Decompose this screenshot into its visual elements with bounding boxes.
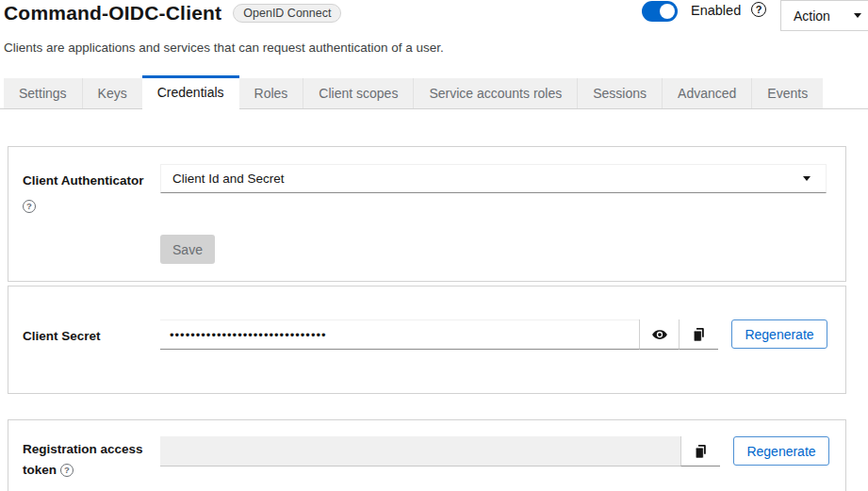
registration-token-input <box>160 436 680 466</box>
tab-events[interactable]: Events <box>751 78 823 108</box>
tab-keys[interactable]: Keys <box>82 78 142 108</box>
help-icon[interactable]: ? <box>751 2 766 17</box>
help-icon[interactable]: ? <box>23 200 36 213</box>
chevron-down-icon <box>803 176 811 181</box>
tab-settings[interactable]: Settings <box>4 78 82 108</box>
action-dropdown-label: Action <box>794 8 830 24</box>
client-authenticator-label: Client Authenticator ? <box>23 164 160 264</box>
action-dropdown[interactable]: Action <box>780 0 868 31</box>
page-subtitle: Clients are applications and services th… <box>4 41 868 55</box>
registration-token-card: Registration access token ? Regenerate <box>8 419 846 491</box>
help-icon[interactable]: ? <box>60 464 74 477</box>
registration-token-label: Registration access token ? <box>23 436 160 480</box>
enabled-toggle[interactable] <box>642 1 678 22</box>
page-title: Command-OIDC-Client <box>4 2 221 25</box>
save-button[interactable]: Save <box>160 235 215 264</box>
client-authenticator-value: Client Id and Secret <box>172 172 285 186</box>
tab-sessions[interactable]: Sessions <box>577 78 662 108</box>
regenerate-secret-button[interactable]: Regenerate <box>731 319 827 349</box>
page-header: Command-OIDC-Client OpenID Connect Enabl… <box>0 0 868 31</box>
client-secret-input[interactable] <box>160 319 639 350</box>
chevron-down-icon <box>854 13 861 18</box>
enabled-label: Enabled <box>691 3 741 18</box>
tab-service-accounts-roles[interactable]: Service accounts roles <box>413 78 577 108</box>
tab-client-scopes[interactable]: Client scopes <box>303 78 413 108</box>
client-secret-card: Client Secret Regenerate <box>8 286 846 394</box>
client-authenticator-card: Client Authenticator ? Client Id and Sec… <box>8 146 846 282</box>
regenerate-token-button[interactable]: Regenerate <box>733 436 829 466</box>
toggle-knob-icon <box>660 4 675 19</box>
protocol-badge: OpenID Connect <box>233 4 341 24</box>
copy-icon <box>691 326 707 343</box>
eye-icon <box>651 326 668 343</box>
copy-token-button[interactable] <box>680 436 720 466</box>
copy-secret-button[interactable] <box>679 319 718 350</box>
copy-icon <box>693 443 709 460</box>
client-secret-label: Client Secret <box>23 319 160 350</box>
tab-roles[interactable]: Roles <box>239 78 303 108</box>
show-secret-button[interactable] <box>639 319 679 350</box>
client-tabs: Settings Keys Credentials Roles Client s… <box>0 75 868 109</box>
tab-credentials[interactable]: Credentials <box>142 75 239 109</box>
tab-advanced[interactable]: Advanced <box>662 78 751 108</box>
client-authenticator-select[interactable]: Client Id and Secret <box>160 164 827 193</box>
